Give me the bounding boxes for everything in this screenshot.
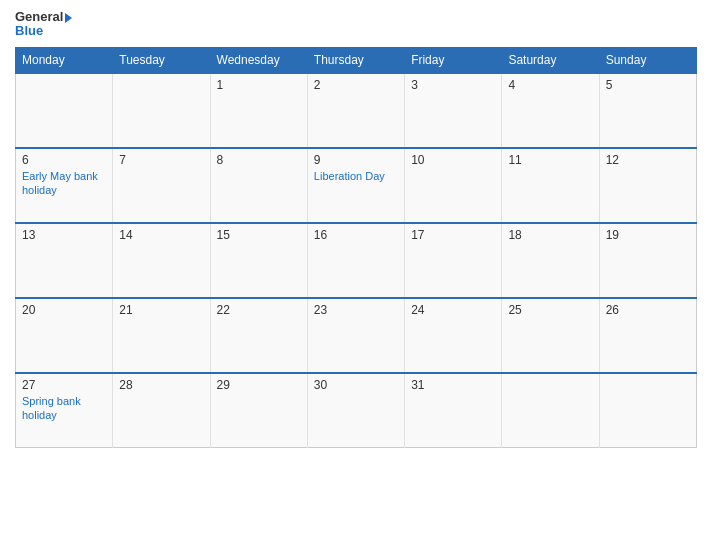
calendar-cell: 22	[210, 298, 307, 373]
day-number: 19	[606, 228, 690, 242]
calendar-cell: 5	[599, 73, 696, 148]
calendar-cell: 11	[502, 148, 599, 223]
day-number: 27	[22, 378, 106, 392]
weekday-header: Monday	[16, 47, 113, 73]
logo: General Blue	[15, 10, 72, 39]
day-event: Liberation Day	[314, 170, 385, 182]
day-number: 11	[508, 153, 592, 167]
weekday-header: Wednesday	[210, 47, 307, 73]
calendar-cell: 21	[113, 298, 210, 373]
day-number: 9	[314, 153, 398, 167]
calendar-cell: 28	[113, 373, 210, 448]
calendar-body: 123456Early May bank holiday789Liberatio…	[16, 73, 697, 448]
day-number: 3	[411, 78, 495, 92]
header: General Blue	[15, 10, 697, 39]
day-number: 21	[119, 303, 203, 317]
day-number: 18	[508, 228, 592, 242]
day-number: 26	[606, 303, 690, 317]
day-number: 29	[217, 378, 301, 392]
weekday-header: Saturday	[502, 47, 599, 73]
calendar-cell: 27Spring bank holiday	[16, 373, 113, 448]
calendar-cell: 17	[405, 223, 502, 298]
calendar-table: MondayTuesdayWednesdayThursdayFridaySatu…	[15, 47, 697, 449]
calendar-cell: 30	[307, 373, 404, 448]
day-number: 15	[217, 228, 301, 242]
day-number: 12	[606, 153, 690, 167]
calendar-cell: 18	[502, 223, 599, 298]
day-number: 4	[508, 78, 592, 92]
calendar-cell: 1	[210, 73, 307, 148]
calendar-cell: 15	[210, 223, 307, 298]
calendar-cell: 23	[307, 298, 404, 373]
calendar-cell: 4	[502, 73, 599, 148]
day-number: 14	[119, 228, 203, 242]
day-event: Early May bank holiday	[22, 170, 98, 196]
logo-blue-text: Blue	[15, 24, 72, 38]
calendar-cell: 7	[113, 148, 210, 223]
day-number: 31	[411, 378, 495, 392]
day-number: 24	[411, 303, 495, 317]
day-number: 13	[22, 228, 106, 242]
day-number: 16	[314, 228, 398, 242]
calendar-cell: 6Early May bank holiday	[16, 148, 113, 223]
calendar-cell: 25	[502, 298, 599, 373]
day-number: 1	[217, 78, 301, 92]
day-number: 6	[22, 153, 106, 167]
day-number: 10	[411, 153, 495, 167]
weekday-header: Friday	[405, 47, 502, 73]
calendar-cell	[502, 373, 599, 448]
calendar-cell: 16	[307, 223, 404, 298]
day-number: 17	[411, 228, 495, 242]
calendar-cell: 20	[16, 298, 113, 373]
day-number: 20	[22, 303, 106, 317]
calendar-week-row: 27Spring bank holiday28293031	[16, 373, 697, 448]
calendar-header: MondayTuesdayWednesdayThursdayFridaySatu…	[16, 47, 697, 73]
calendar-cell	[16, 73, 113, 148]
weekday-row: MondayTuesdayWednesdayThursdayFridaySatu…	[16, 47, 697, 73]
weekday-header: Tuesday	[113, 47, 210, 73]
calendar-week-row: 13141516171819	[16, 223, 697, 298]
calendar-week-row: 12345	[16, 73, 697, 148]
weekday-header: Sunday	[599, 47, 696, 73]
day-number: 7	[119, 153, 203, 167]
calendar-cell: 8	[210, 148, 307, 223]
calendar-cell: 31	[405, 373, 502, 448]
calendar-page: General Blue MondayTuesdayWednesdayThurs…	[0, 0, 712, 550]
calendar-cell	[599, 373, 696, 448]
day-number: 30	[314, 378, 398, 392]
weekday-header: Thursday	[307, 47, 404, 73]
calendar-cell: 12	[599, 148, 696, 223]
calendar-cell: 14	[113, 223, 210, 298]
day-number: 5	[606, 78, 690, 92]
day-number: 25	[508, 303, 592, 317]
day-event: Spring bank holiday	[22, 395, 81, 421]
day-number: 28	[119, 378, 203, 392]
day-number: 8	[217, 153, 301, 167]
calendar-cell: 9Liberation Day	[307, 148, 404, 223]
calendar-week-row: 20212223242526	[16, 298, 697, 373]
calendar-cell: 3	[405, 73, 502, 148]
logo-general-text: General	[15, 10, 63, 24]
calendar-cell: 2	[307, 73, 404, 148]
calendar-cell	[113, 73, 210, 148]
logo-triangle-icon	[65, 13, 72, 23]
day-number: 23	[314, 303, 398, 317]
calendar-cell: 29	[210, 373, 307, 448]
calendar-cell: 24	[405, 298, 502, 373]
calendar-cell: 10	[405, 148, 502, 223]
day-number: 2	[314, 78, 398, 92]
day-number: 22	[217, 303, 301, 317]
calendar-week-row: 6Early May bank holiday789Liberation Day…	[16, 148, 697, 223]
calendar-cell: 26	[599, 298, 696, 373]
calendar-cell: 19	[599, 223, 696, 298]
calendar-cell: 13	[16, 223, 113, 298]
